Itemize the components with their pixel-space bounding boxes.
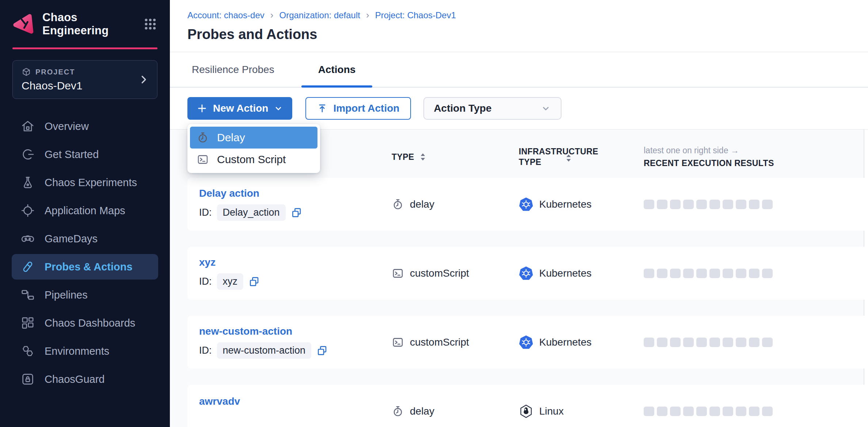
breadcrumb-organization[interactable]: Organization: default xyxy=(279,10,360,20)
column-header-infrastructure-type[interactable]: INFRASTRUCTURE TYPE xyxy=(519,146,644,168)
action-name-link[interactable]: new-custom-action xyxy=(199,326,392,337)
breadcrumb-separator: › xyxy=(270,9,274,21)
sidebar-item-chaosguard[interactable]: ChaosGuard xyxy=(12,366,158,392)
menu-item-custom-script[interactable]: Custom Script xyxy=(190,149,317,170)
kubernetes-icon xyxy=(519,266,533,281)
column-header-type-label: TYPE xyxy=(392,152,414,162)
action-name-link[interactable]: Delay action xyxy=(199,188,392,199)
execution-result-placeholder xyxy=(762,200,773,209)
copy-icon[interactable] xyxy=(316,345,328,357)
execution-result-placeholder xyxy=(696,338,707,347)
table-row: awrvadv delay Linux xyxy=(187,385,868,427)
tab-actions[interactable]: Actions xyxy=(301,52,373,87)
execution-result-placeholder xyxy=(670,407,681,416)
stopwatch-icon xyxy=(392,405,404,418)
menu-item-delay[interactable]: Delay xyxy=(190,127,317,149)
new-action-button[interactable]: New Action xyxy=(187,97,292,120)
sidebar-item-label: GameDays xyxy=(45,233,98,245)
hexagons-icon xyxy=(20,344,35,358)
execution-result-placeholder xyxy=(749,269,760,278)
column-header-infrastructure-label: INFRASTRUCTURE TYPE xyxy=(519,146,597,168)
sidebar-item-chaos-experiments[interactable]: Chaos Experiments xyxy=(12,170,158,195)
menu-item-label: Delay xyxy=(217,131,245,144)
sort-icon[interactable] xyxy=(566,154,571,162)
sidebar-item-label: Overview xyxy=(45,120,89,132)
execution-result-placeholder xyxy=(723,338,733,347)
crosshair-icon xyxy=(20,203,35,218)
action-type-value: customScript xyxy=(410,336,469,348)
kubernetes-icon xyxy=(519,335,533,350)
execution-result-placeholder xyxy=(683,407,694,416)
column-header-recent-results: latest one on right side → RECENT EXECUT… xyxy=(644,146,868,168)
execution-result-placeholder xyxy=(657,200,667,209)
execution-result-placeholder xyxy=(736,338,746,347)
execution-result-placeholder xyxy=(762,338,773,347)
execution-result-placeholder xyxy=(657,338,667,347)
action-type-select[interactable]: Action Type xyxy=(423,97,561,120)
dashboard-icon xyxy=(20,316,35,330)
copy-icon[interactable] xyxy=(291,207,302,219)
sidebar-item-get-started[interactable]: Get Started xyxy=(12,142,158,167)
sidebar-item-gamedays[interactable]: GameDays xyxy=(12,226,158,251)
recent-execution-results xyxy=(644,407,868,416)
sidebar-item-application-maps[interactable]: Application Maps xyxy=(12,198,158,223)
execution-result-placeholder xyxy=(644,269,654,278)
import-action-button[interactable]: Import Action xyxy=(305,97,411,120)
sidebar-item-environments[interactable]: Environments xyxy=(12,338,158,364)
infrastructure-cell: Kubernetes xyxy=(519,197,644,212)
infrastructure-cell: Linux xyxy=(519,404,644,419)
execution-result-placeholder xyxy=(749,407,760,416)
action-name-link[interactable]: awrvadv xyxy=(199,396,392,407)
breadcrumb-account[interactable]: Account: chaos-dev xyxy=(187,10,264,20)
infrastructure-cell: Kubernetes xyxy=(519,335,644,350)
execution-result-placeholder xyxy=(736,200,746,209)
sidebar-item-label: Pipelines xyxy=(45,289,88,301)
page-header: Account: chaos-dev › Organization: defau… xyxy=(170,0,868,52)
sidebar-item-chaos-dashboards[interactable]: Chaos Dashboards xyxy=(12,310,158,336)
infrastructure-value: Kubernetes xyxy=(539,336,591,348)
actions-toolbar: New Action Import Action Action Type xyxy=(170,88,868,130)
chevron-right-icon xyxy=(138,74,149,85)
action-type-value: delay xyxy=(410,199,434,210)
project-selector[interactable]: PROJECT Chaos-Dev1 xyxy=(12,60,157,99)
recent-execution-results xyxy=(644,269,868,278)
linux-icon xyxy=(519,404,533,419)
infrastructure-value: Linux xyxy=(539,405,564,417)
column-header-type[interactable]: TYPE xyxy=(392,152,519,162)
test-tube-icon xyxy=(20,259,35,274)
execution-result-placeholder xyxy=(683,269,694,278)
action-type-value: customScript xyxy=(410,268,469,279)
sort-icon[interactable] xyxy=(420,153,426,161)
execution-result-placeholder xyxy=(670,338,681,347)
action-type-cell: customScript xyxy=(392,267,519,280)
execution-result-placeholder xyxy=(749,338,760,347)
id-label: ID: xyxy=(199,345,212,356)
sidebar-item-probes-actions[interactable]: Probes & Actions xyxy=(12,254,158,280)
tab-resilience-probes[interactable]: Resilience Probes xyxy=(187,52,279,87)
sidebar-item-overview[interactable]: Overview xyxy=(12,114,158,139)
column-header-recent-label: RECENT EXECUTION RESULTS xyxy=(644,158,774,168)
copy-icon[interactable] xyxy=(248,276,260,288)
stopwatch-icon xyxy=(197,131,209,144)
execution-result-placeholder xyxy=(723,200,733,209)
action-type-value: delay xyxy=(410,405,434,417)
breadcrumb-project[interactable]: Project: Chaos-Dev1 xyxy=(375,10,456,20)
chaos-engineering-logo-icon xyxy=(12,14,35,34)
action-type-cell: customScript xyxy=(392,336,519,349)
plus-icon xyxy=(197,103,207,114)
page-title: Probes and Actions xyxy=(187,27,868,52)
sidebar-item-label: ChaosGuard xyxy=(45,373,104,385)
execution-result-placeholder xyxy=(644,338,654,347)
recent-execution-results xyxy=(644,200,868,209)
execution-result-placeholder xyxy=(683,200,694,209)
module-grid-icon[interactable] xyxy=(143,17,157,31)
sidebar-item-pipelines[interactable]: Pipelines xyxy=(12,282,158,308)
execution-result-placeholder xyxy=(644,407,654,416)
home-icon xyxy=(20,119,35,134)
id-label: ID: xyxy=(199,207,212,218)
execution-result-placeholder xyxy=(762,269,773,278)
action-name-link[interactable]: xyz xyxy=(199,257,392,268)
import-action-label: Import Action xyxy=(333,103,399,114)
sidebar-nav: Overview Get Started Chaos Experiments A… xyxy=(0,114,170,392)
upload-icon xyxy=(317,103,327,114)
